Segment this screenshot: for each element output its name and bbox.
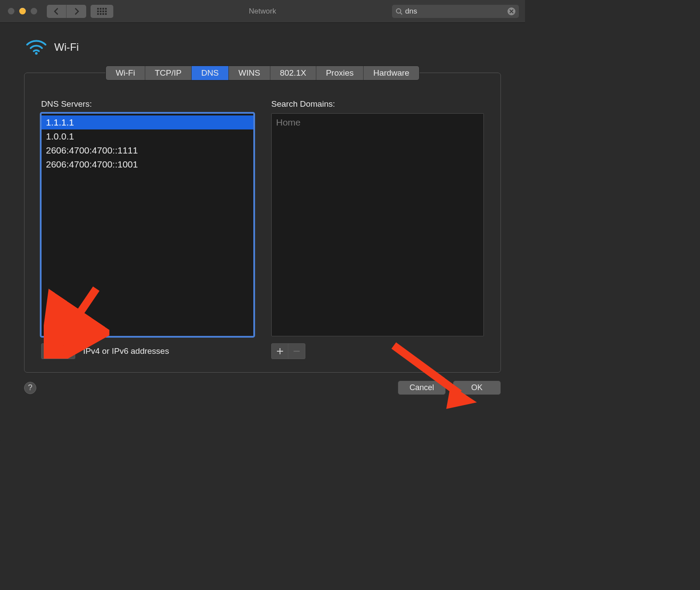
chevron-right-icon bbox=[74, 7, 80, 15]
svg-point-0 bbox=[396, 9, 401, 13]
add-search-domain-button[interactable] bbox=[272, 344, 288, 359]
minus-icon bbox=[293, 348, 300, 355]
tab-wifi[interactable]: Wi-Fi bbox=[106, 66, 145, 80]
dns-servers-label: DNS Servers: bbox=[41, 99, 254, 109]
plus-icon bbox=[276, 348, 284, 355]
network-preferences-window: Network Wi-Fi Wi-Fi TCP/IP bbox=[0, 0, 525, 443]
window-title: Network bbox=[249, 7, 276, 16]
x-icon bbox=[509, 9, 514, 14]
list-item[interactable]: 2606:4700:4700::1111 bbox=[42, 143, 253, 157]
dns-hint: IPv4 or IPv6 addresses bbox=[83, 346, 169, 356]
tab-tcpip[interactable]: TCP/IP bbox=[145, 66, 192, 80]
ok-button[interactable]: OK bbox=[453, 381, 501, 395]
search-input[interactable] bbox=[405, 7, 508, 16]
tab-8021x[interactable]: 802.1X bbox=[270, 66, 316, 80]
show-all-button[interactable] bbox=[91, 5, 113, 18]
cancel-button[interactable]: Cancel bbox=[398, 381, 446, 395]
tab-hardware[interactable]: Hardware bbox=[364, 66, 419, 80]
dns-servers-column: DNS Servers: 1.1.1.1 1.0.0.1 2606:4700:4… bbox=[41, 99, 254, 359]
titlebar: Network bbox=[0, 0, 525, 23]
traffic-lights bbox=[0, 8, 37, 14]
add-dns-server-button[interactable] bbox=[42, 344, 58, 359]
remove-dns-server-button[interactable] bbox=[58, 344, 75, 359]
list-item[interactable]: 2606:4700:4700::1001 bbox=[42, 157, 253, 171]
search-domains-column: Search Domains: Home bbox=[271, 99, 484, 359]
clear-search-button[interactable] bbox=[508, 7, 515, 15]
tab-dns[interactable]: DNS bbox=[192, 66, 229, 80]
wifi-icon bbox=[26, 39, 46, 55]
dns-panel: DNS Servers: 1.1.1.1 1.0.0.1 2606:4700:4… bbox=[24, 73, 501, 373]
back-button[interactable] bbox=[47, 5, 66, 18]
list-item[interactable]: 1.1.1.1 bbox=[42, 115, 253, 129]
search-domains-placeholder: Home bbox=[272, 115, 483, 129]
close-window-icon[interactable] bbox=[8, 8, 14, 14]
connection-name: Wi-Fi bbox=[54, 41, 79, 53]
search-icon bbox=[396, 8, 402, 15]
zoom-window-icon[interactable] bbox=[31, 8, 37, 14]
search-domains-label: Search Domains: bbox=[271, 99, 484, 109]
tab-wins[interactable]: WINS bbox=[229, 66, 270, 80]
tab-proxies[interactable]: Proxies bbox=[316, 66, 364, 80]
search-domains-list[interactable]: Home bbox=[271, 113, 484, 336]
chevron-left-icon bbox=[53, 7, 60, 15]
search-field[interactable] bbox=[392, 5, 519, 18]
dns-servers-controls: IPv4 or IPv6 addresses bbox=[41, 343, 254, 359]
plus-icon bbox=[46, 348, 53, 355]
remove-search-domain-button bbox=[288, 344, 305, 359]
dns-servers-list[interactable]: 1.1.1.1 1.0.0.1 2606:4700:4700::1111 260… bbox=[41, 113, 254, 336]
svg-point-2 bbox=[35, 52, 38, 55]
search-domains-controls bbox=[271, 343, 484, 359]
nav-buttons bbox=[47, 5, 86, 18]
minus-icon bbox=[63, 348, 70, 355]
connection-header: Wi-Fi bbox=[0, 23, 525, 68]
help-button[interactable]: ? bbox=[24, 382, 36, 394]
grid-icon bbox=[97, 8, 107, 15]
forward-button[interactable] bbox=[66, 5, 86, 18]
minimize-window-icon[interactable] bbox=[19, 8, 26, 14]
svg-line-1 bbox=[400, 13, 402, 14]
list-item[interactable]: 1.0.0.1 bbox=[42, 129, 253, 143]
question-icon: ? bbox=[28, 383, 32, 392]
dialog-footer: ? Cancel OK bbox=[0, 373, 525, 395]
